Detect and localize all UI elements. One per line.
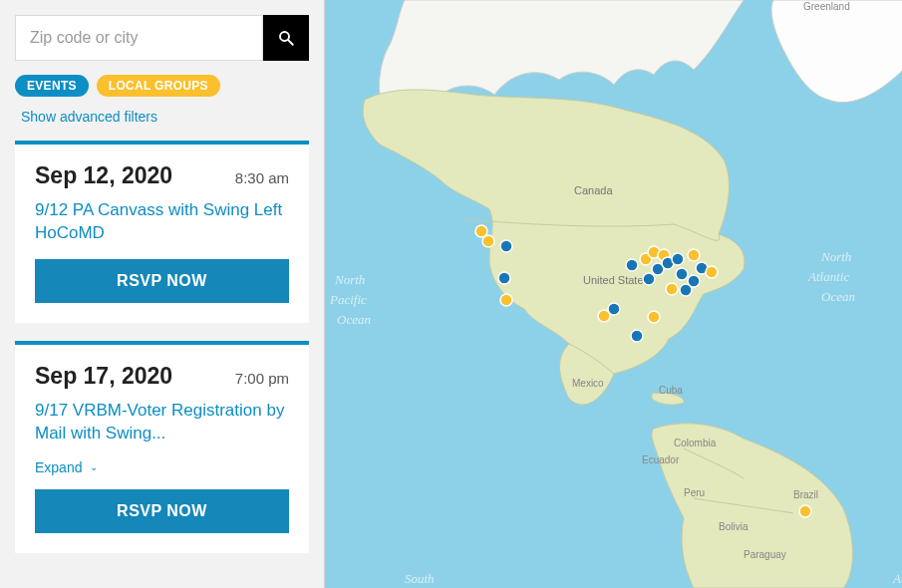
- map[interactable]: North Pacific Ocean North Atlantic Ocean…: [324, 0, 902, 588]
- map-marker[interactable]: [626, 259, 638, 271]
- search-button[interactable]: [263, 15, 309, 61]
- map-marker[interactable]: [688, 249, 700, 261]
- ocean-label: Pacific: [329, 292, 367, 307]
- country-label: Cuba: [659, 385, 683, 396]
- map-marker[interactable]: [500, 240, 512, 252]
- rsvp-button[interactable]: RSVP NOW: [35, 489, 289, 533]
- event-card-header: Sep 12, 2020 8:30 am: [35, 162, 289, 189]
- map-marker[interactable]: [648, 311, 660, 323]
- expand-button[interactable]: Expand ⌄: [35, 459, 289, 475]
- sidebar: EVENTS LOCAL GROUPS Show advanced filter…: [0, 0, 324, 588]
- event-time: 8:30 am: [235, 169, 289, 186]
- country-label: Canada: [574, 184, 613, 196]
- chevron-down-icon: ⌄: [90, 461, 98, 472]
- ocean-label: A: [892, 571, 901, 586]
- map-marker[interactable]: [498, 272, 510, 284]
- event-time: 7:00 pm: [235, 370, 289, 387]
- ocean-label: Ocean: [337, 312, 371, 327]
- event-title-link[interactable]: 9/17 VRBM-Voter Registration by Mail wit…: [35, 400, 289, 445]
- country-label: United States: [583, 274, 650, 286]
- country-label: Ecuador: [642, 454, 680, 465]
- expand-label: Expand: [35, 459, 82, 475]
- country-label: Mexico: [572, 378, 604, 389]
- event-date: Sep 17, 2020: [35, 363, 172, 390]
- tab-events[interactable]: EVENTS: [15, 75, 89, 97]
- ocean-label: North: [820, 249, 851, 264]
- map-marker[interactable]: [688, 275, 700, 287]
- country-label: Paraguay: [744, 549, 786, 560]
- search-icon: [277, 29, 295, 47]
- svg-line-1: [288, 40, 293, 45]
- ocean-label: North: [334, 272, 365, 287]
- search-input[interactable]: [15, 15, 263, 61]
- map-marker[interactable]: [666, 283, 678, 295]
- tab-local-groups[interactable]: LOCAL GROUPS: [97, 75, 220, 97]
- map-marker[interactable]: [608, 303, 620, 315]
- map-marker[interactable]: [643, 273, 655, 285]
- event-card-header: Sep 17, 2020 7:00 pm: [35, 363, 289, 390]
- map-marker[interactable]: [706, 266, 718, 278]
- country-label: Bolivia: [719, 521, 749, 532]
- country-label: Brazil: [793, 489, 818, 500]
- ocean-label: South: [405, 571, 435, 586]
- event-card: Sep 12, 2020 8:30 am 9/12 PA Canvass wit…: [15, 141, 309, 323]
- event-title-link[interactable]: 9/12 PA Canvass with Swing Left HoCoMD: [35, 199, 289, 245]
- ocean-label: Ocean: [821, 289, 855, 304]
- map-marker[interactable]: [672, 253, 684, 265]
- country-label: Greenland: [803, 1, 850, 12]
- ocean-label: Atlantic: [807, 269, 849, 284]
- map-canvas[interactable]: North Pacific Ocean North Atlantic Ocean…: [325, 0, 902, 588]
- advanced-filters-link[interactable]: Show advanced filters: [21, 109, 309, 125]
- country-label: Colombia: [674, 438, 717, 448]
- app-root: EVENTS LOCAL GROUPS Show advanced filter…: [0, 0, 902, 588]
- country-label: Peru: [684, 487, 705, 498]
- map-marker[interactable]: [482, 235, 494, 247]
- tabs: EVENTS LOCAL GROUPS: [15, 75, 309, 97]
- map-marker[interactable]: [799, 505, 811, 517]
- event-date: Sep 12, 2020: [35, 162, 172, 189]
- rsvp-button[interactable]: RSVP NOW: [35, 259, 289, 303]
- event-card: Sep 17, 2020 7:00 pm 9/17 VRBM-Voter Reg…: [15, 341, 309, 553]
- map-marker[interactable]: [631, 330, 643, 342]
- map-marker[interactable]: [676, 268, 688, 280]
- map-marker[interactable]: [500, 294, 512, 306]
- search-row: [15, 15, 309, 61]
